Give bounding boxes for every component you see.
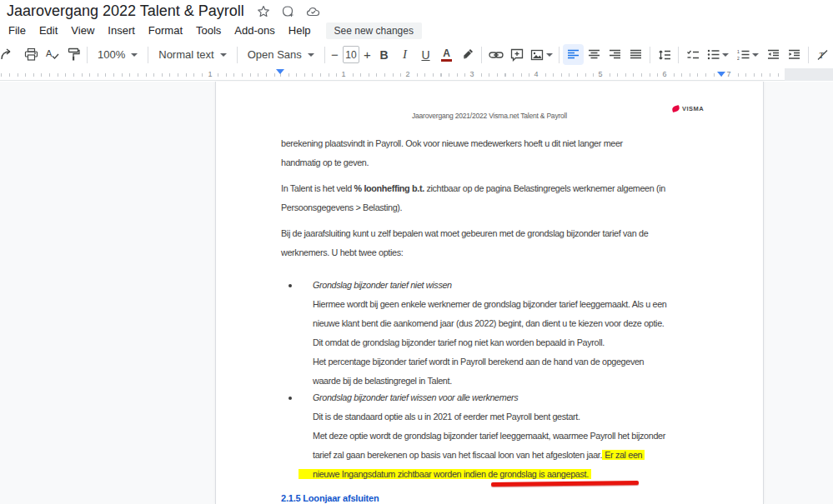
document-page[interactable]: Jaarovergang 2021/2022 Visma.net Talent … bbox=[215, 82, 764, 504]
text-line: Bij de jaarafsluiting kunt u zelf bepale… bbox=[281, 224, 648, 243]
svg-text:2: 2 bbox=[737, 56, 740, 61]
visma-logo: VISMA bbox=[672, 105, 704, 112]
left-indent-marker[interactable] bbox=[276, 69, 284, 74]
ruler-label: 3 bbox=[467, 69, 476, 80]
bulleted-list-icon[interactable] bbox=[703, 44, 733, 65]
spelling-check-icon[interactable]: A bbox=[42, 44, 63, 65]
bold-button[interactable]: B bbox=[374, 44, 394, 65]
clear-formatting-icon[interactable]: T bbox=[812, 44, 833, 65]
align-right-button[interactable] bbox=[605, 44, 625, 65]
ruler-label: 1 bbox=[205, 69, 214, 80]
highlight-color-icon[interactable] bbox=[457, 44, 478, 65]
ruler-label: 7 bbox=[724, 69, 733, 80]
ruler-label: 4 bbox=[531, 69, 540, 80]
chevron-down-icon bbox=[752, 53, 759, 57]
menu-tools[interactable]: Tools bbox=[189, 22, 228, 38]
paragraph: In Talent is het veld % loonheffing b.t.… bbox=[281, 179, 665, 217]
menu-help[interactable]: Help bbox=[282, 22, 318, 38]
menu-format[interactable]: Format bbox=[142, 22, 189, 38]
styles-value: Normal text bbox=[158, 48, 213, 61]
document-title[interactable]: Jaarovergang 2022 Talent & Payroll bbox=[7, 2, 244, 20]
highlighted-text: Er zal een bbox=[602, 450, 645, 460]
bullet-title: Grondslag bijzonder tarief wissen voor a… bbox=[313, 388, 665, 407]
highlighted-text: nieuwe Ingangsdatum zichtbaar worden ind… bbox=[299, 469, 591, 479]
text-line: nieuwe klant bent die aankomend jaar (du… bbox=[313, 314, 667, 333]
checklist-icon[interactable] bbox=[682, 44, 703, 65]
svg-text:A: A bbox=[46, 48, 53, 58]
red-underline-annotation bbox=[491, 481, 639, 487]
font-value: Open Sans bbox=[248, 48, 302, 61]
ruler-end-cap bbox=[785, 68, 833, 81]
insert-link-icon[interactable] bbox=[485, 44, 506, 65]
menu-file[interactable]: File bbox=[2, 22, 33, 38]
print-icon[interactable] bbox=[21, 44, 42, 65]
paragraph: berekening plaatsvindt in Payroll. Ook v… bbox=[281, 134, 623, 172]
align-left-button[interactable] bbox=[563, 44, 584, 65]
menu-view[interactable]: View bbox=[64, 22, 101, 38]
document-canvas: Jaarovergang 2021/2022 Visma.net Talent … bbox=[0, 82, 833, 504]
ruler-label: 5 bbox=[595, 69, 605, 80]
google-docs-window: Jaarovergang 2022 Talent & Payroll File … bbox=[0, 0, 833, 504]
text-line: werknemers. U hebt twee opties: bbox=[281, 243, 648, 262]
star-icon[interactable] bbox=[256, 4, 271, 19]
italic-button[interactable]: I bbox=[394, 44, 415, 65]
text-line: Het percentage bijzonder tarief wordt in… bbox=[313, 352, 667, 372]
styles-dropdown[interactable]: Normal text bbox=[152, 46, 233, 63]
bullet-marker bbox=[289, 284, 292, 287]
align-center-button[interactable] bbox=[584, 44, 605, 65]
bullet-item: Grondslag bijzonder tarief niet wissen H… bbox=[289, 276, 667, 391]
underline-button[interactable]: U bbox=[415, 44, 436, 65]
chevron-down-icon bbox=[546, 53, 553, 57]
chevron-down-icon bbox=[131, 53, 138, 57]
increase-font-size-button[interactable]: + bbox=[361, 47, 374, 62]
insert-image-icon[interactable] bbox=[527, 44, 555, 65]
see-new-changes-button[interactable]: See new changes bbox=[326, 22, 422, 39]
text-color-button[interactable]: A bbox=[436, 44, 457, 65]
toolbar: A 100% Normal text Open Sans − 10 + B I … bbox=[0, 41, 833, 68]
menu-addons[interactable]: Add-ons bbox=[228, 22, 281, 38]
add-comment-icon[interactable] bbox=[506, 44, 527, 65]
text-line: Hiermee wordt bij geen enkele werknemer … bbox=[313, 295, 667, 314]
decrease-font-size-button[interactable]: − bbox=[329, 47, 341, 62]
header-bar: Jaarovergang 2022 Talent & Payroll File … bbox=[0, 0, 833, 41]
line-spacing-icon[interactable] bbox=[654, 44, 675, 65]
right-indent-marker[interactable] bbox=[717, 72, 725, 77]
justify-button[interactable] bbox=[625, 44, 646, 65]
chevron-down-icon bbox=[308, 53, 314, 57]
bullet-item: Grondslag bijzonder tarief wissen voor a… bbox=[289, 388, 665, 484]
zoom-dropdown[interactable]: 100% bbox=[91, 46, 144, 63]
horizontal-ruler[interactable]: 1 1 2 3 4 5 6 7 bbox=[0, 68, 833, 81]
menu-bar: File Edit View Insert Format Tools Add-o… bbox=[2, 22, 422, 39]
svg-text:1: 1 bbox=[737, 49, 740, 54]
text-line: tarief zal gaan berekenen op basis van h… bbox=[313, 446, 665, 465]
font-size-input[interactable]: 10 bbox=[343, 46, 359, 63]
text-line: berekening plaatsvindt in Payroll. Ook v… bbox=[281, 134, 623, 153]
zoom-value: 100% bbox=[98, 48, 125, 61]
text-color-label: A bbox=[443, 48, 450, 58]
text-line: Dit is de standaard optie als u in 2021 … bbox=[313, 407, 665, 427]
font-dropdown[interactable]: Open Sans bbox=[241, 46, 321, 63]
menu-insert[interactable]: Insert bbox=[101, 22, 142, 38]
increase-indent-icon[interactable] bbox=[784, 44, 805, 65]
text-line: In Talent is het veld % loonheffing b.t.… bbox=[281, 179, 665, 198]
text-line: Met deze optie wordt de grondslag bijzon… bbox=[313, 427, 665, 446]
numbered-list-icon[interactable]: 12 bbox=[733, 44, 763, 65]
text-color-swatch bbox=[441, 59, 452, 62]
ruler-label: 6 bbox=[660, 69, 669, 80]
text-line: handmatig op te geven. bbox=[281, 153, 623, 172]
text-line: Dit omdat de grondslag bijzonder tarief … bbox=[313, 333, 667, 352]
menu-edit[interactable]: Edit bbox=[33, 22, 64, 38]
paint-format-icon[interactable] bbox=[63, 44, 83, 65]
ruler-label: 1 bbox=[339, 69, 348, 80]
bullet-title: Grondslag bijzonder tarief niet wissen bbox=[313, 276, 667, 295]
decrease-indent-icon[interactable] bbox=[763, 44, 784, 65]
ruler-label: 2 bbox=[403, 69, 412, 80]
redo-icon[interactable] bbox=[0, 44, 21, 65]
visma-logo-icon bbox=[671, 105, 680, 112]
move-folder-icon[interactable] bbox=[281, 4, 296, 19]
chevron-down-icon bbox=[722, 53, 729, 57]
visma-logo-text: VISMA bbox=[682, 105, 704, 112]
document-status-cloud-icon[interactable] bbox=[306, 4, 321, 19]
bullet-marker bbox=[289, 397, 292, 400]
paragraph: Bij de jaarafsluiting kunt u zelf bepale… bbox=[281, 224, 648, 262]
